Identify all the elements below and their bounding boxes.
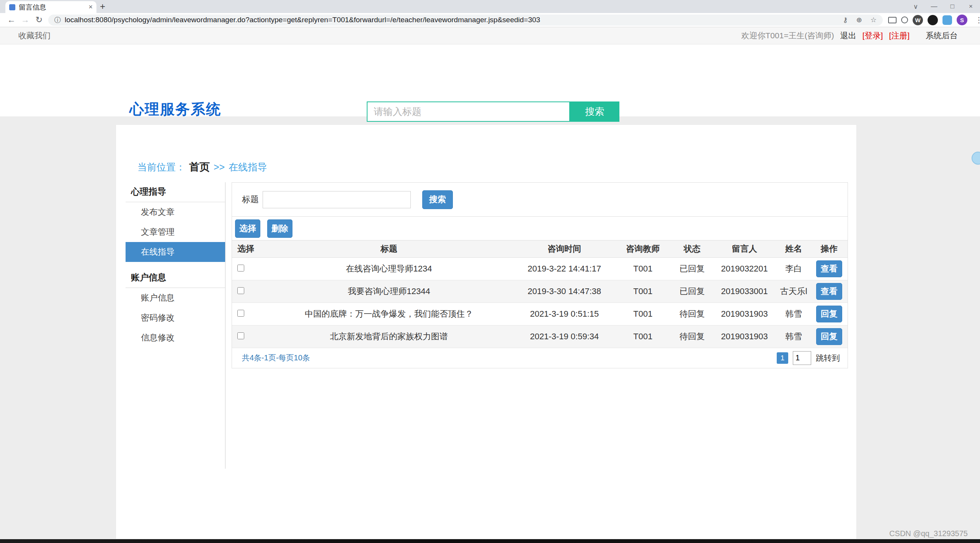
sidebar-item-publish-article[interactable]: 发布文章	[126, 202, 225, 222]
site-header: 心理服务系统 搜索 首页 心理测试 心理文章 专家指导 心理导师 在线交流 关于…	[0, 44, 980, 116]
register-link[interactable]: [注册]	[889, 30, 910, 41]
cell-name: 韩雪	[777, 325, 810, 348]
welcome-text: 欢迎你T001=王生(咨询师)	[742, 30, 834, 41]
row-checkbox[interactable]	[237, 332, 244, 339]
cell-time: 2019-3-30 14:47:38	[515, 280, 614, 303]
row-reply-button[interactable]: 回复	[816, 306, 842, 322]
cell-teacher: T001	[614, 257, 672, 280]
tab-search-icon[interactable]: ∨	[906, 0, 925, 13]
breadcrumb: 当前位置： 首页 >> 在线指导	[116, 125, 856, 174]
cell-status: 待回复	[672, 303, 712, 325]
cell-user: 2019033001	[712, 280, 777, 303]
th-select: 选择	[232, 240, 263, 257]
row-view-button[interactable]: 查看	[816, 283, 842, 300]
cell-user: 2019031903	[712, 325, 777, 348]
floating-widget[interactable]	[972, 152, 980, 165]
row-checkbox[interactable]	[237, 265, 244, 272]
cell-teacher: T001	[614, 303, 672, 325]
header-search-input[interactable]	[367, 101, 570, 122]
zoom-icon[interactable]: ⊕	[856, 16, 862, 24]
backend-link[interactable]: 系统后台	[926, 30, 958, 41]
extension-dark-icon[interactable]	[928, 15, 938, 25]
message-table: 选择 标题 咨询时间 咨询教师 状态 留言人 姓名 操作	[232, 240, 848, 348]
breadcrumb-home-link[interactable]: 首页	[189, 160, 210, 174]
table-header-row: 选择 标题 咨询时间 咨询教师 状态 留言人 姓名 操作	[232, 240, 848, 257]
browser-tab[interactable]: 留言信息 ×	[5, 1, 96, 13]
th-user: 留言人	[712, 240, 777, 257]
browser-menu-icon[interactable]: ⋮	[975, 15, 980, 25]
back-icon[interactable]: ←	[5, 15, 18, 25]
cell-title: 中国的底牌：万一战争爆发，我们能否顶住？	[263, 303, 515, 325]
favorite-us-link[interactable]: 收藏我们	[18, 30, 51, 41]
breadcrumb-prefix: 当前位置：	[137, 161, 185, 173]
jump-button[interactable]: 跳转到	[816, 353, 840, 363]
logout-link[interactable]: 退出	[840, 30, 856, 41]
header-search: 搜索	[367, 101, 619, 122]
cell-name: 李白	[777, 257, 810, 280]
sidebar-item-online-guidance[interactable]: 在线指导	[126, 242, 225, 262]
filter-search-button[interactable]: 搜索	[422, 190, 453, 209]
sidebar-item-password-change[interactable]: 密码修改	[126, 308, 225, 328]
pagination-summary: 共4条-1页-每页10条	[242, 353, 310, 363]
bookmark-star-icon[interactable]: ☆	[871, 16, 877, 24]
th-teacher: 咨询教师	[614, 240, 672, 257]
cell-title: 在线咨询心理导师1234	[263, 257, 515, 280]
row-view-button[interactable]: 查看	[816, 260, 842, 277]
password-key-icon[interactable]: ⚷	[843, 16, 848, 24]
window-maximize-button[interactable]: □	[943, 0, 962, 13]
row-checkbox[interactable]	[237, 287, 244, 294]
page-1-button[interactable]: 1	[777, 352, 788, 364]
sidebar-item-info-change[interactable]: 信息修改	[126, 328, 225, 348]
cell-status: 已回复	[672, 280, 712, 303]
cell-time: 2019-3-22 14:41:17	[515, 257, 614, 280]
camera-icon[interactable]	[901, 16, 908, 23]
url-bar-icons: ⚷ ⊕ ☆	[843, 16, 877, 24]
row-reply-button[interactable]: 回复	[816, 328, 842, 345]
site-info-icon[interactable]: ⓘ	[54, 16, 61, 25]
th-time: 咨询时间	[515, 240, 614, 257]
extension-icons: W S ⋮	[888, 15, 980, 25]
cell-teacher: T001	[614, 280, 672, 303]
extension-blue-icon[interactable]	[942, 15, 952, 25]
tab-title: 留言信息	[19, 3, 85, 12]
site-logo[interactable]: 心理服务系统	[129, 100, 221, 119]
sidebar-item-article-manage[interactable]: 文章管理	[126, 222, 225, 242]
header-search-button[interactable]: 搜索	[570, 101, 619, 122]
content-card: 当前位置： 首页 >> 在线指导 心理指导 发布文章 文章管理 在线指导 账户信…	[116, 124, 857, 539]
cell-name: 韩雪	[777, 303, 810, 325]
forward-icon[interactable]: →	[18, 15, 32, 25]
browser-window: 留言信息 × + ∨ — □ × ← → ↻ ⓘ localhost:8080/…	[0, 0, 980, 543]
url-bar[interactable]: ⓘ localhost:8080/psychology/admin/leavew…	[48, 15, 883, 26]
cell-time: 2021-3-19 0:51:15	[515, 303, 614, 325]
extension-w-icon[interactable]: W	[913, 15, 923, 25]
tab-close-icon[interactable]: ×	[88, 3, 93, 11]
sidebar-item-account-info[interactable]: 账户信息	[126, 288, 225, 308]
select-all-button[interactable]: 选择	[235, 219, 260, 238]
filter-title-label: 标题	[242, 194, 259, 205]
cell-name: 古天乐l	[777, 280, 810, 303]
row-checkbox[interactable]	[237, 310, 244, 317]
window-close-button[interactable]: ×	[962, 0, 980, 13]
login-link[interactable]: [登录]	[862, 30, 883, 41]
cell-title: 我要咨询心理师12344	[263, 280, 515, 303]
delete-button[interactable]: 删除	[267, 219, 292, 238]
breadcrumb-separator: >>	[214, 162, 225, 173]
cell-user: 2019031903	[712, 303, 777, 325]
profile-avatar[interactable]: S	[957, 15, 967, 25]
th-status: 状态	[672, 240, 712, 257]
pagination: 共4条-1页-每页10条 1 跳转到	[232, 348, 848, 368]
actions-row: 选择 删除	[232, 217, 848, 240]
filter-title-input[interactable]	[263, 191, 411, 208]
cast-icon[interactable]	[888, 17, 897, 23]
topbar-right: 欢迎你T001=王生(咨询师) 退出 [登录] [注册] 系统后台	[742, 30, 958, 41]
pagination-controls: 1 跳转到	[777, 351, 840, 365]
browser-tab-bar: 留言信息 × + ∨ — □ ×	[0, 0, 980, 13]
cell-teacher: T001	[614, 325, 672, 348]
reload-icon[interactable]: ↻	[32, 15, 46, 25]
new-tab-button[interactable]: +	[96, 0, 109, 13]
browser-address-bar: ← → ↻ ⓘ localhost:8080/psychology/admin/…	[0, 13, 980, 27]
jump-page-input[interactable]	[793, 351, 811, 365]
window-minimize-button[interactable]: —	[925, 0, 943, 13]
site-topbar: 收藏我们 欢迎你T001=王生(咨询师) 退出 [登录] [注册] 系统后台	[0, 27, 980, 44]
cell-status: 待回复	[672, 325, 712, 348]
